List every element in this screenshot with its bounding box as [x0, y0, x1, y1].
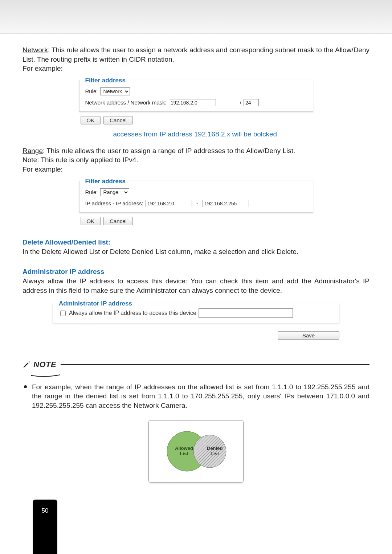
note-bullet-block: For example, when the range of IP addres…: [23, 382, 369, 410]
fieldset-title-network: Filter address: [83, 77, 128, 85]
term-network: Network: [23, 46, 48, 54]
venn-diagram: Allowed List Denied List: [148, 420, 244, 483]
text-for-example-2: For example:: [23, 165, 369, 174]
label-always-allow: Always allow the IP address to access th…: [69, 309, 196, 317]
label-netaddr: Network address / Network mask:: [85, 99, 167, 106]
term-always-allow: Always allow the IP address to access th…: [23, 277, 185, 285]
select-rule-network[interactable]: Network: [100, 87, 130, 95]
document-page: Network: This rule allows the user to as…: [0, 0, 392, 554]
caption-network: accesses from IP address 192.168.2.x wil…: [23, 130, 369, 139]
save-button[interactable]: Save: [278, 331, 339, 340]
term-range: Range: [23, 147, 43, 155]
input-network-mask[interactable]: [244, 99, 259, 106]
label-ip-range: IP address - IP address:: [85, 200, 143, 207]
note-underline-swoosh: [31, 374, 60, 377]
bullet-row: For example, when the range of IP addres…: [23, 382, 369, 410]
label-rule-network: Rule:: [85, 88, 98, 95]
ok-button-network[interactable]: OK: [81, 116, 101, 124]
heading-admin-ip: Administrator IP address: [23, 267, 369, 276]
ok-button-range[interactable]: OK: [81, 217, 101, 225]
input-ip-start[interactable]: [146, 200, 192, 207]
row-netaddr: Network address / Network mask: /: [85, 99, 307, 106]
cancel-button-range[interactable]: Cancel: [103, 217, 133, 225]
note-header: NOTE: [23, 359, 369, 370]
note-label: NOTE: [33, 359, 56, 370]
label-dash: -: [196, 200, 198, 207]
paragraph-range: Range: This rule allows the user to assi…: [23, 146, 369, 156]
fieldset-admin-ip: Administrator IP address Always allow th…: [53, 303, 339, 323]
row-rule-network: Rule: Network: [85, 87, 307, 95]
text-range-note: Note: This rule is only applied to IPv4.: [23, 155, 369, 165]
input-ip-end[interactable]: [203, 200, 249, 207]
screenshot-admin-ip: Administrator IP address Always allow th…: [53, 303, 339, 340]
button-bar-range: OK Cancel: [81, 217, 313, 225]
venn-label-denied: Denied List: [207, 446, 222, 457]
row-ip-range: IP address - IP address: -: [85, 200, 307, 207]
pencil-icon: [23, 361, 30, 369]
row-save: Save: [53, 331, 339, 340]
page-number: 50: [42, 507, 49, 515]
row-admin-check: Always allow the IP address to access th…: [59, 308, 333, 318]
select-rule-range[interactable]: Range: [100, 188, 129, 196]
venn-label-allowed: Allowed List: [175, 446, 193, 457]
label-mask-sep: /: [240, 99, 241, 106]
note-bullet-text: For example, when the range of IP addres…: [32, 382, 369, 410]
note-rule: [61, 364, 369, 365]
checkbox-always-allow[interactable]: [60, 311, 66, 316]
fieldset-filter-network: Filter address Rule: Network Network add…: [79, 80, 313, 112]
heading-delete: Delete Allowed/Denied list:: [23, 238, 369, 247]
fieldset-title-admin: Administrator IP address: [57, 300, 134, 308]
text-range-body: : This rule allows the user to assign a …: [43, 147, 295, 155]
screenshot-range-filter: Filter address Rule: Range IP address - …: [79, 181, 313, 225]
fieldset-filter-range: Filter address Rule: Range IP address - …: [79, 181, 313, 213]
paragraph-admin-ip: Always allow the IP address to access th…: [23, 276, 369, 295]
text-network-body: : This rule allows the user to assign a …: [23, 46, 369, 63]
screenshot-network-filter: Filter address Rule: Network Network add…: [79, 80, 313, 124]
paragraph-network: Network: This rule allows the user to as…: [23, 45, 369, 64]
button-bar-network: OK Cancel: [81, 116, 313, 124]
top-gradient: [0, 0, 392, 33]
text-delete-body: In the Delete Allowed List or Delete Den…: [23, 247, 369, 257]
input-admin-ip[interactable]: [199, 308, 293, 318]
fieldset-title-range: Filter address: [83, 177, 128, 186]
label-rule-range: Rule:: [85, 189, 98, 196]
bullet-dot-icon: [24, 385, 27, 388]
row-rule-range: Rule: Range: [85, 188, 307, 196]
cancel-button-network[interactable]: Cancel: [103, 116, 133, 124]
input-network-address[interactable]: [169, 99, 216, 106]
page-number-tab: 50: [33, 500, 57, 554]
text-for-example-1: For example:: [23, 64, 369, 73]
